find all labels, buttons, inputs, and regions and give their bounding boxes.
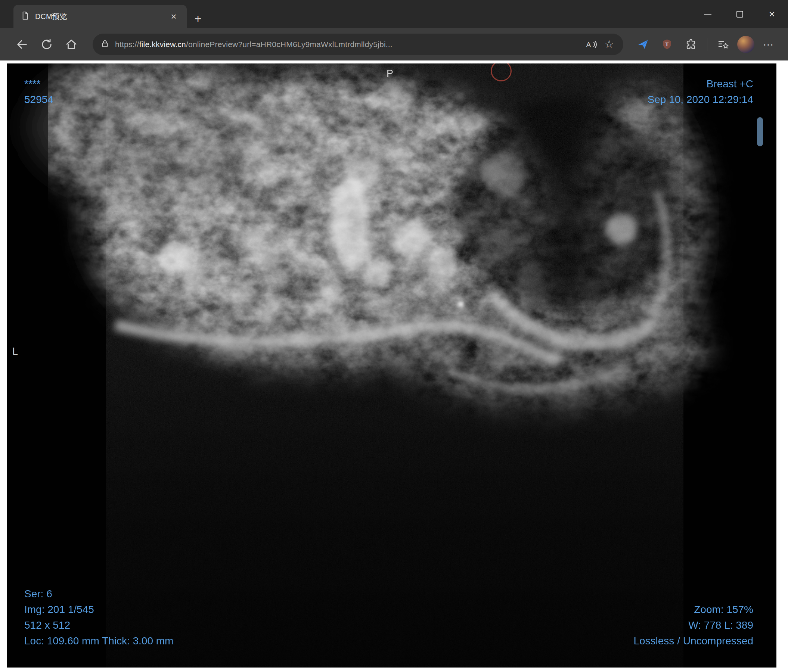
patient-id-masked: **** bbox=[24, 76, 53, 92]
home-button[interactable] bbox=[60, 33, 82, 55]
favorites-hub-icon bbox=[717, 38, 729, 51]
svg-text:A: A bbox=[586, 40, 591, 48]
home-icon bbox=[65, 38, 78, 51]
series-number: Ser: 6 bbox=[24, 586, 173, 602]
url-text[interactable]: https://file.kkview.cn/onlinePreview?url… bbox=[115, 40, 582, 49]
settings-more-button[interactable]: … bbox=[758, 34, 778, 54]
overlay-bottom-left: Ser: 6 Img: 201 1/545 512 x 512 Loc: 109… bbox=[24, 586, 173, 649]
paper-plane-icon bbox=[637, 38, 649, 51]
extension-blue-button[interactable] bbox=[633, 34, 653, 54]
url-domain: file.kkview.cn bbox=[139, 40, 186, 49]
extension-shield-button[interactable]: T bbox=[657, 34, 677, 54]
favorite-button[interactable]: ☆ bbox=[600, 35, 618, 53]
tab-strip: DCM预览 × + × bbox=[0, 0, 788, 28]
toolbar-separator bbox=[707, 38, 707, 51]
tab-close-button[interactable]: × bbox=[167, 10, 180, 23]
window-minimize-button[interactable] bbox=[692, 0, 724, 28]
patient-number: 52954 bbox=[24, 92, 53, 108]
document-icon bbox=[20, 11, 30, 22]
read-aloud-icon: A bbox=[585, 39, 597, 50]
window-level: W: 778 L: 389 bbox=[633, 618, 753, 633]
refresh-icon bbox=[40, 38, 53, 51]
orientation-marker-left: L bbox=[12, 346, 18, 357]
read-aloud-button[interactable]: A bbox=[582, 35, 600, 53]
puzzle-icon bbox=[685, 38, 697, 51]
zoom-level: Zoom: 157% bbox=[633, 602, 753, 618]
address-bar[interactable]: https://file.kkview.cn/onlinePreview?url… bbox=[93, 33, 623, 55]
back-button[interactable] bbox=[11, 33, 33, 55]
compression-info: Lossless / Uncompressed bbox=[633, 633, 753, 649]
window-maximize-button[interactable] bbox=[724, 0, 756, 28]
overlay-top-left: **** 52954 bbox=[24, 76, 53, 108]
url-path: /onlinePreview?url=aHR0cHM6Ly9maWxlLmtrd… bbox=[186, 40, 392, 49]
profile-avatar[interactable] bbox=[737, 36, 755, 53]
star-icon: ☆ bbox=[604, 39, 613, 50]
favorites-hub-button[interactable] bbox=[713, 34, 734, 54]
orientation-marker-posterior: P bbox=[386, 68, 393, 79]
study-datetime: Sep 10, 2020 12:29:14 bbox=[648, 92, 753, 108]
tab-title: DCM预览 bbox=[35, 11, 162, 22]
browser-window: DCM预览 × + × https://file.kkview.cn/onlin… bbox=[0, 0, 788, 672]
extension-area: T … bbox=[633, 34, 778, 54]
image-index: Img: 201 1/545 bbox=[24, 602, 173, 618]
mri-image bbox=[7, 63, 777, 667]
navigation-bar: https://file.kkview.cn/onlinePreview?url… bbox=[0, 28, 788, 60]
extensions-puzzle-button[interactable] bbox=[681, 34, 701, 54]
slice-location: Loc: 109.60 mm Thick: 3.00 mm bbox=[24, 633, 173, 649]
ellipsis-icon: … bbox=[763, 38, 774, 51]
lock-icon bbox=[100, 39, 110, 50]
page-content: **** 52954 P Breast +C Sep 10, 2020 12:2… bbox=[0, 60, 788, 672]
arrow-left-icon bbox=[16, 38, 29, 51]
url-scheme: https:// bbox=[115, 40, 139, 49]
maximize-icon bbox=[736, 11, 743, 17]
svg-text:T: T bbox=[665, 41, 669, 47]
window-controls: × bbox=[692, 0, 788, 28]
image-matrix: 512 x 512 bbox=[24, 618, 173, 633]
page-scrollbar-thumb[interactable] bbox=[757, 117, 763, 146]
overlay-top-right: Breast +C Sep 10, 2020 12:29:14 bbox=[648, 76, 753, 108]
refresh-button[interactable] bbox=[36, 33, 57, 55]
tab-dcm-preview[interactable]: DCM预览 × bbox=[13, 5, 187, 28]
minimize-icon bbox=[704, 14, 712, 14]
shield-icon: T bbox=[661, 38, 673, 51]
overlay-bottom-right: Zoom: 157% W: 778 L: 389 Lossless / Unco… bbox=[633, 602, 753, 649]
window-close-button[interactable]: × bbox=[756, 0, 788, 28]
study-description: Breast +C bbox=[648, 76, 753, 92]
new-tab-button[interactable]: + bbox=[190, 11, 206, 27]
dicom-viewport[interactable]: **** 52954 P Breast +C Sep 10, 2020 12:2… bbox=[7, 63, 777, 667]
